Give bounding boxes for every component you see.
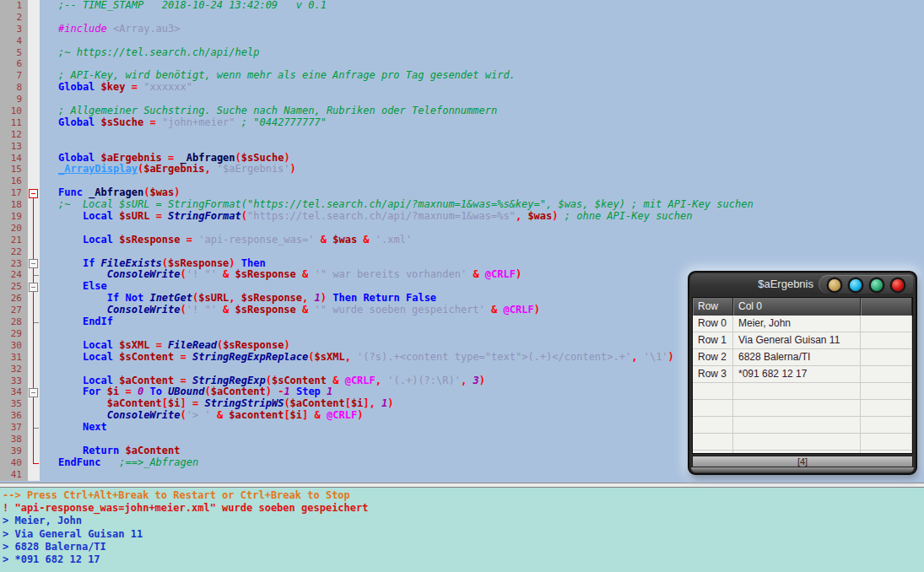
table-row[interactable]: Row 26828 Balerna/TI bbox=[693, 349, 912, 366]
code-text: ;~ Local $sURL = StringFormat("https://t… bbox=[40, 199, 924, 211]
line-number: 32 bbox=[0, 364, 28, 375]
extra-cell bbox=[861, 349, 912, 366]
line-number: 3 bbox=[0, 24, 28, 35]
fold-guide bbox=[28, 269, 40, 281]
code-text: ; API-Key, wird benötigt, wenn mehr als … bbox=[40, 70, 924, 82]
code-text bbox=[40, 94, 924, 105]
column-header-extra[interactable] bbox=[861, 298, 912, 316]
fold-guide bbox=[28, 175, 40, 187]
row-label-cell: Row 1 bbox=[693, 332, 733, 349]
titlebar-gold-button[interactable] bbox=[829, 279, 840, 291]
console-line: --> Press Ctrl+Alt+Break to Restart or C… bbox=[3, 489, 924, 502]
fold-guide bbox=[28, 364, 40, 375]
code-text: ;~ https://tel.search.ch/api/help bbox=[40, 47, 924, 59]
extra-cell bbox=[861, 400, 912, 417]
value-cell: 6828 Balerna/TI bbox=[733, 349, 861, 366]
fold-guide bbox=[28, 316, 40, 328]
fold-guide bbox=[28, 12, 40, 24]
line-number: 25 bbox=[0, 281, 28, 293]
row-label-cell bbox=[693, 417, 733, 434]
line-number: 28 bbox=[0, 316, 28, 328]
code-line: 5;~ https://tel.search.ch/api/help bbox=[0, 47, 924, 59]
code-line: 10; Allgemeiner Suchstring. Suche nach N… bbox=[0, 105, 924, 117]
line-number: 7 bbox=[0, 70, 28, 82]
table-row[interactable]: Row 0Meier, John bbox=[693, 316, 912, 332]
code-line: 23 If FileExists($sResponse) Then bbox=[0, 258, 924, 270]
code-line: 20 bbox=[0, 223, 924, 235]
window-titlebar[interactable]: $aErgebnis bbox=[690, 273, 915, 295]
table-header-row: RowCol 0 bbox=[693, 298, 912, 316]
scite-editor-window: 1;-- TIME_STAMP 2018-10-24 13:42:09 v 0.… bbox=[0, 0, 924, 572]
fold-guide bbox=[28, 70, 40, 82]
code-line: 16 bbox=[0, 175, 924, 187]
fold-guide bbox=[28, 82, 40, 94]
row-label-cell: Row 3 bbox=[693, 366, 733, 383]
line-number: 9 bbox=[0, 94, 28, 105]
value-cell bbox=[733, 434, 861, 451]
fold-guide bbox=[28, 58, 40, 70]
line-number: 14 bbox=[0, 153, 28, 165]
output-console[interactable]: --> Press Ctrl+Alt+Break to Restart or C… bbox=[0, 488, 924, 572]
fold-collapse-button[interactable] bbox=[28, 187, 40, 199]
value-cell bbox=[733, 451, 861, 454]
code-line: 11Global $sSuche = "john+meier" ; "04427… bbox=[0, 117, 924, 129]
line-number: 4 bbox=[0, 35, 28, 47]
line-number: 35 bbox=[0, 398, 28, 410]
fold-guide bbox=[28, 211, 40, 223]
line-number: 11 bbox=[0, 117, 28, 129]
value-cell: Meier, John bbox=[733, 316, 861, 332]
code-line: 8Global $key = "xxxxxx" bbox=[0, 82, 924, 94]
code-text bbox=[40, 141, 924, 153]
fold-guide bbox=[28, 422, 40, 434]
line-number: 6 bbox=[0, 58, 28, 70]
value-cell: *091 682 12 17 bbox=[733, 366, 861, 383]
titlebar-close-button[interactable] bbox=[892, 279, 904, 291]
fold-minus-icon bbox=[29, 259, 38, 268]
table-row[interactable]: Row 1Via General Guisan 11 bbox=[693, 332, 912, 349]
fold-collapse-button[interactable] bbox=[28, 386, 40, 398]
titlebar-cyan-button[interactable] bbox=[850, 279, 862, 291]
code-line: 7; API-Key, wird benötigt, wenn mehr als… bbox=[0, 70, 924, 82]
column-header-col-0[interactable]: Col 0 bbox=[733, 298, 861, 316]
line-number: 10 bbox=[0, 105, 28, 117]
table-row-empty bbox=[693, 400, 912, 417]
table-row[interactable]: Row 3*091 682 12 17 bbox=[693, 366, 912, 383]
code-line: 12 bbox=[0, 129, 924, 141]
line-number: 5 bbox=[0, 47, 28, 59]
line-number: 33 bbox=[0, 375, 28, 387]
table-row-empty bbox=[693, 434, 912, 451]
extra-cell bbox=[861, 332, 912, 349]
console-line: > *091 682 12 17 bbox=[3, 553, 924, 566]
code-line: 22 bbox=[0, 246, 924, 258]
code-text: #include <Array.au3> bbox=[40, 24, 924, 35]
fold-collapse-button[interactable] bbox=[28, 281, 40, 293]
extra-cell bbox=[861, 383, 912, 400]
fold-guide bbox=[28, 352, 40, 364]
line-number: 31 bbox=[0, 352, 28, 364]
line-number: 39 bbox=[0, 445, 28, 457]
extra-cell bbox=[861, 434, 912, 451]
console-line: ! "api-response_was=john+meier.xml" wurd… bbox=[3, 502, 924, 515]
line-number: 13 bbox=[0, 141, 28, 153]
code-text: Global $sSuche = "john+meier" ; "0442777… bbox=[40, 117, 924, 129]
table-rows: Row 0Meier, JohnRow 1Via General Guisan … bbox=[693, 316, 912, 454]
code-line: 9 bbox=[0, 94, 924, 105]
line-number: 23 bbox=[0, 258, 28, 270]
window-title: $aErgebnis bbox=[758, 278, 813, 290]
fold-guide bbox=[28, 105, 40, 117]
column-header-row[interactable]: Row bbox=[693, 298, 733, 316]
table-row-empty bbox=[693, 417, 912, 434]
titlebar-green-button[interactable] bbox=[871, 279, 883, 291]
fold-guide bbox=[28, 293, 40, 305]
console-line: > 6828 Balerna/TI bbox=[3, 541, 924, 553]
line-number: 36 bbox=[0, 410, 28, 422]
line-number: 24 bbox=[0, 269, 28, 281]
fold-collapse-button[interactable] bbox=[28, 258, 40, 270]
fold-guide bbox=[28, 94, 40, 105]
value-cell: Via General Guisan 11 bbox=[733, 332, 861, 349]
titlebar-button-panel bbox=[819, 275, 913, 294]
fold-guide bbox=[28, 375, 40, 387]
line-number: 40 bbox=[0, 457, 28, 469]
value-cell bbox=[733, 417, 861, 434]
code-text: If FileExists($sResponse) Then bbox=[40, 258, 924, 270]
